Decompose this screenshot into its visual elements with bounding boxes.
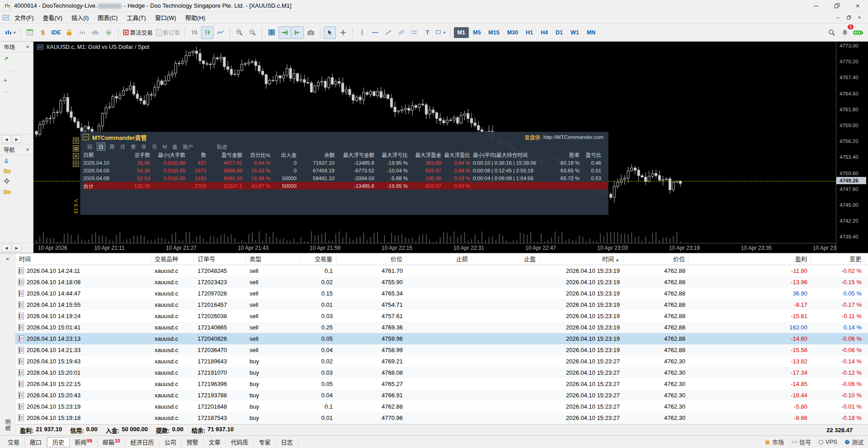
timeframe-M15[interactable]: M15	[485, 27, 503, 38]
scroll-right-button[interactable]: ▶	[12, 135, 21, 143]
history-row[interactable]: 2026.04.10 14:24:11xauusd.c172048245sell…	[15, 265, 868, 276]
history-row[interactable]: 2026.04.10 15:19:43xauusd.c172189643buy0…	[15, 356, 868, 367]
chart-shift-button[interactable]	[292, 26, 304, 39]
history-row[interactable]: 2026.04.10 14:44:47xauusd.c172097026sell…	[15, 288, 868, 299]
child-restore-button[interactable]	[844, 13, 854, 22]
history-col-1[interactable]: 交易品种	[151, 256, 194, 263]
auto-scroll-button[interactable]	[278, 26, 291, 39]
tab-VPS[interactable]: VPS	[818, 438, 837, 445]
screenshot-button[interactable]	[305, 26, 317, 39]
search-button[interactable]	[826, 26, 838, 39]
text-tool-button[interactable]: T	[421, 26, 434, 39]
tab-信号[interactable]: 信号	[791, 438, 811, 446]
navigator-close-icon[interactable]: ×	[24, 146, 31, 153]
mtc-total-row[interactable]: 合计132.79270321937.143.87 %50000-13485.8-…	[83, 182, 608, 190]
bars-chart-button[interactable]	[188, 26, 200, 39]
history-row[interactable]: 2026.04.10 14:19:24xauusd.c172026038sell…	[15, 310, 868, 322]
history-col-0[interactable]: 时间	[15, 256, 151, 263]
mtc-tab-轨迹[interactable]: 轨迹	[216, 143, 229, 150]
menu-item-插入[interactable]: 插入(I)	[67, 12, 93, 23]
mtc-tab-账户[interactable]: 账户	[182, 143, 195, 150]
horizontal-line-button[interactable]	[369, 26, 381, 39]
mtc-tab-备[interactable]: 备	[171, 143, 179, 150]
tab-测试[interactable]: 测试	[844, 438, 863, 446]
navigator-body[interactable]	[0, 155, 33, 243]
history-row[interactable]: 2026.04.10 15:23:19xauusd.c172201648buy0…	[15, 401, 868, 412]
list-icon[interactable]: ≡	[73, 153, 79, 159]
tab-敞口[interactable]: 敞口	[25, 437, 47, 447]
connection-status-button[interactable]	[852, 26, 864, 39]
history-row[interactable]: 2026.04.10 14:18:08xauusd.c172023423sell…	[15, 276, 868, 288]
vertical-line-button[interactable]	[356, 26, 368, 39]
mtcommander-url[interactable]: http://MTCommander.com	[543, 134, 604, 140]
tile-windows-button[interactable]	[265, 26, 278, 39]
history-row[interactable]: 2026.04.10 15:19:18xauusd.c172187543buy0…	[15, 412, 868, 424]
history-row[interactable]: 2026.04.10 15:01:41xauusd.c172140665sell…	[15, 322, 868, 333]
history-col-3[interactable]: 类型	[246, 256, 300, 263]
history-row[interactable]: 2026.04.10 14:15:55xauusd.c172016457sell…	[15, 299, 868, 310]
mtcommander-panel[interactable]: ?▤≡+ V 8.18 ─ MTCommander资管 复盘侠 http://M…	[80, 132, 609, 215]
dollar-button[interactable]: $	[37, 26, 49, 39]
market-watch-close-icon[interactable]: ×	[24, 43, 31, 50]
cursor-button[interactable]	[324, 26, 336, 39]
toolbox-close-icon[interactable]: ×	[6, 256, 9, 262]
scroll-left-button[interactable]: ◀	[2, 244, 11, 252]
history-col-8[interactable]: 时间▲	[540, 256, 623, 263]
fibonacci-button[interactable]	[408, 26, 420, 39]
line-chart-button[interactable]	[214, 26, 226, 39]
tab-邮箱[interactable]: 邮箱10	[98, 437, 126, 447]
restore-button[interactable]	[826, 0, 847, 11]
mtc-tab-月[interactable]: 月	[119, 143, 127, 150]
mtc-stat-row[interactable]: 2026.04.0852.530.01|0.5011938491.1016.98…	[83, 174, 608, 182]
menu-item-文件[interactable]: 文件(F)	[10, 12, 38, 23]
crosshair-button[interactable]	[337, 26, 349, 39]
algo-trading-button[interactable]: 算法交易	[122, 26, 154, 39]
market-watch-button[interactable]	[24, 26, 36, 39]
tab-历史[interactable]: 历史	[47, 437, 70, 447]
broadcast-button[interactable]	[76, 26, 89, 39]
candles-chart-button[interactable]	[201, 26, 213, 39]
menu-item-工具[interactable]: 工具(T)	[122, 12, 151, 23]
timeframe-MN[interactable]: MN	[583, 27, 599, 38]
notifications-button[interactable]: 1	[839, 26, 851, 39]
mtc-tab-周[interactable]: 周	[108, 143, 116, 150]
history-col-11[interactable]: 变更	[811, 256, 865, 263]
layout-icon[interactable]: ▤	[73, 145, 79, 152]
chart-canvas[interactable]: XAUUSD.c, M1: Gold vs US Dollar / Spot ?…	[33, 42, 836, 243]
timeframe-M30[interactable]: M30	[504, 27, 522, 38]
add-icon[interactable]: +	[73, 161, 79, 167]
timeframe-M1[interactable]: M1	[454, 27, 469, 38]
panel-minimize-button[interactable]: ─	[83, 134, 89, 140]
tab-文章[interactable]: 文章	[204, 437, 226, 447]
help-icon[interactable]: ?	[73, 138, 79, 144]
history-row[interactable]: 2026.04.10 15:20:01xauusd.c172191070buy0…	[15, 367, 868, 378]
scroll-right-button[interactable]: ▶	[12, 244, 21, 252]
trendline-button[interactable]	[382, 26, 394, 39]
cloud-button[interactable]	[90, 26, 102, 39]
history-col-2[interactable]: 订单号	[194, 256, 246, 263]
timeframe-M5[interactable]: M5	[469, 27, 484, 38]
tab-代码库[interactable]: 代码库	[226, 437, 254, 447]
mtc-tab-综[interactable]: 综	[86, 143, 94, 150]
history-col-4[interactable]: 交易量	[300, 256, 336, 263]
market-watch-body[interactable]: ↗ . . . + ⋯	[0, 52, 33, 134]
price-axis[interactable]: 4773.004770.204767.404764.604761.804759.…	[836, 42, 868, 253]
tab-新闻[interactable]: 新闻99	[70, 437, 98, 447]
minimize-button[interactable]: ─	[806, 0, 826, 11]
lock-button[interactable]	[63, 26, 75, 39]
shapes-button[interactable]: ▾	[434, 26, 447, 39]
mtc-tab-年[interactable]: 年	[140, 143, 148, 150]
time-axis[interactable]: 10 Apr 202610 Apr 21:1110 Apr 21:2710 Ap…	[33, 243, 836, 253]
mtc-tab-币[interactable]: 币	[151, 143, 159, 150]
history-col-5[interactable]: 价位	[336, 256, 406, 263]
mtc-tab-季[interactable]: 季	[129, 143, 137, 150]
tab-预警[interactable]: 预警	[181, 437, 203, 447]
indicators-folder-icon[interactable]	[4, 168, 29, 173]
tab-经济日历[interactable]: 经济日历	[125, 437, 159, 447]
experts-gear-icon[interactable]	[4, 178, 29, 184]
scroll-left-button[interactable]: ◀	[2, 135, 11, 143]
menu-item-查看[interactable]: 查看(V)	[38, 12, 67, 23]
ide-button[interactable]: IDE	[50, 26, 62, 39]
mtc-stat-row[interactable]: 2026.04.0954.300.01|0.5510738968.0915.33…	[83, 167, 608, 174]
channel-button[interactable]	[395, 26, 407, 39]
